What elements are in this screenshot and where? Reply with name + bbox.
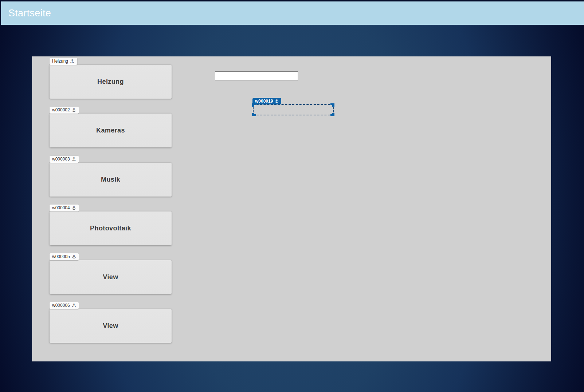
resize-handle-bottom-right[interactable] (330, 113, 334, 116)
resize-handle-top-right[interactable] (330, 103, 334, 107)
selection-region-w000019[interactable] (253, 104, 334, 115)
anchor-icon: ⚓ (72, 157, 77, 162)
tile-button-photovoltaik[interactable]: Photovoltaik (50, 211, 172, 245)
text-input[interactable] (215, 71, 298, 81)
selected-anchor-label: w000019 (255, 99, 273, 104)
anchor-tag-label: Heizung (52, 59, 68, 64)
anchor-icon: ⚓ (72, 254, 77, 259)
page-header: Startseite (1, 1, 584, 25)
anchor-tag-heizung[interactable]: Heizung ⚓ (50, 58, 77, 65)
anchor-tag-label: w000005 (52, 254, 70, 259)
tile-button-heizung[interactable]: Heizung (50, 65, 172, 99)
anchor-tag-w000004[interactable]: w000004 ⚓ (50, 205, 79, 211)
anchor-tag-label: w000004 (52, 205, 70, 210)
anchor-icon: ⚓ (72, 205, 77, 210)
anchor-icon: ⚓ (70, 59, 75, 64)
page-title: Startseite (1, 8, 51, 19)
anchor-tag-w000003[interactable]: w000003 ⚓ (50, 156, 79, 163)
anchor-tag-label: w000003 (52, 157, 70, 162)
anchor-tag-w000006[interactable]: w000006 ⚓ (50, 302, 79, 309)
anchor-icon: ⚓ (72, 107, 77, 112)
anchor-tag-label: w000006 (52, 303, 70, 308)
anchor-icon: ⚓ (274, 99, 279, 103)
resize-handle-bottom-left[interactable] (252, 113, 256, 116)
selected-anchor-tag-w000019[interactable]: w000019 ⚓ (252, 98, 281, 104)
anchor-tag-label: w000002 (52, 107, 70, 112)
tile-button-view-2[interactable]: View (50, 309, 172, 343)
anchor-tag-w000002[interactable]: w000002 ⚓ (50, 107, 79, 114)
tile-button-view-1[interactable]: View (50, 260, 172, 294)
anchor-icon: ⚓ (72, 303, 77, 308)
editor-canvas[interactable]: Heizung ⚓ Heizung w000002 ⚓ Kameras w000… (32, 56, 551, 361)
tile-button-kameras[interactable]: Kameras (50, 114, 172, 147)
anchor-tag-w000005[interactable]: w000005 ⚓ (50, 253, 79, 260)
tile-button-musik[interactable]: Musik (50, 163, 172, 197)
